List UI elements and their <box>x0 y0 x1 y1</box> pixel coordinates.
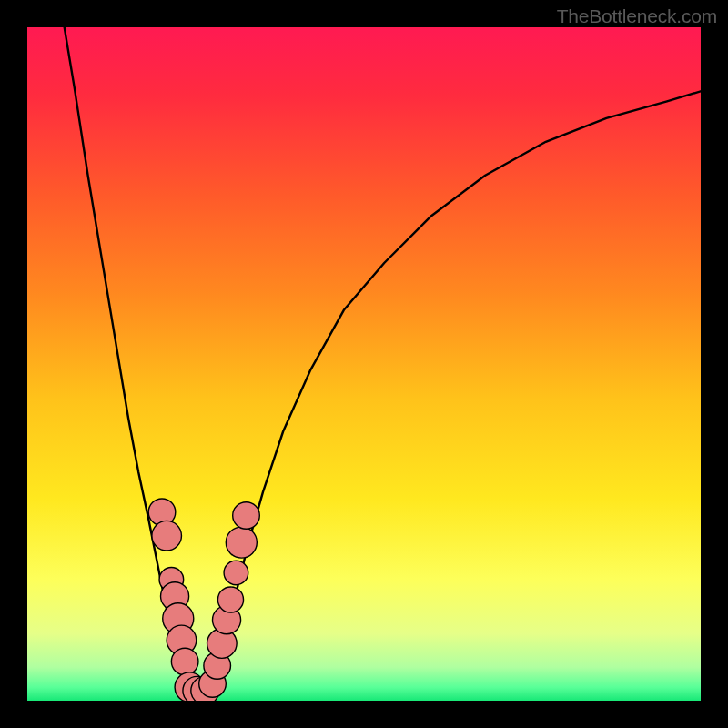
watermark-text: TheBottleneck.com <box>557 5 717 27</box>
chart-svg <box>27 27 701 701</box>
data-marker <box>224 561 248 585</box>
gradient-background <box>27 27 701 701</box>
data-marker <box>233 502 260 530</box>
plot-area <box>27 27 701 701</box>
data-marker <box>217 587 243 612</box>
data-marker <box>226 527 257 558</box>
data-marker <box>152 521 182 551</box>
data-marker <box>171 648 198 675</box>
chart-container: TheBottleneck.com <box>0 0 728 728</box>
